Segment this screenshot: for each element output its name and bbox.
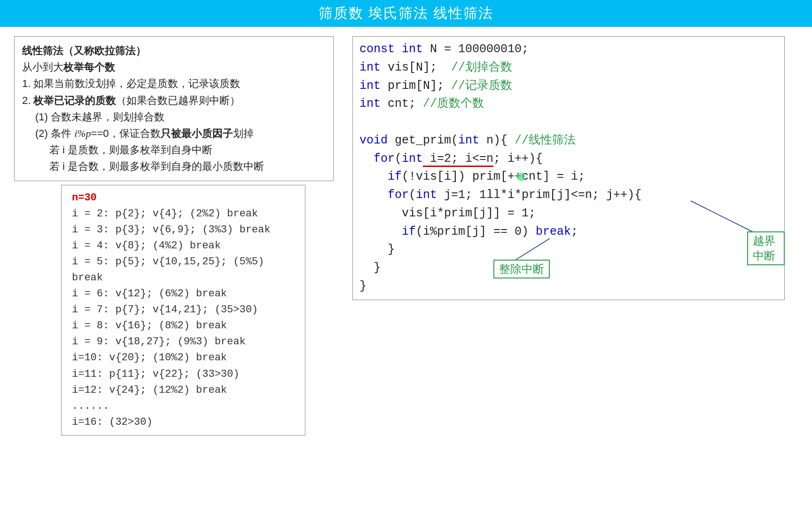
code-text: vis[i*prim[j]] = 1; (359, 206, 536, 220)
code-kw: int (402, 152, 423, 166)
trace-row: i = 7: p{7}; v{14,21}; (35>30) (72, 302, 295, 318)
page-title: 筛质数 埃氏筛法 线性筛法 (0, 0, 812, 27)
code-comment: //划掉合数 (451, 61, 512, 74)
annotation-divisible-break: 整除中断 (493, 260, 550, 278)
l6e: 划掉 (233, 127, 254, 139)
code-kw: int (416, 188, 437, 202)
title-part-a: 线性筛法（又称 (22, 45, 94, 56)
code-text: } (359, 243, 395, 256)
code-text: n){ (479, 134, 515, 147)
trace-row: i=12: v{24}; (12%2) break (72, 382, 295, 398)
l2b: 枚举每个数 (63, 61, 115, 73)
l6a: (2) 条件 (35, 127, 74, 139)
code-kw: int (359, 61, 381, 74)
trace-row: i=11: p{11}; v{22}; (33>30) (72, 366, 295, 382)
code-kw: if (359, 170, 402, 183)
main-content: 线性筛法（又称欧拉筛法） 从小到大枚举每个数 1. 如果当前数没划掉，必定是质数… (0, 27, 812, 445)
code-kw: break (536, 225, 571, 238)
l2a: 从小到大 (22, 61, 63, 73)
trace-row: ...... (72, 398, 295, 414)
explain-line-7: 若 i 是质数，则最多枚举到自身中断 (22, 142, 326, 158)
explain-line-2: 从小到大枚举每个数 (22, 59, 326, 75)
code-comment: //线性筛法 (515, 134, 576, 147)
title-part-b: 欧拉筛法 (94, 45, 136, 56)
l6c: ==0，保证合数 (91, 127, 161, 139)
code-text: get_prim( (388, 134, 458, 147)
trace-row: i = 3: p{3}; v{6,9}; (3%3) break (72, 222, 295, 238)
code-text: ; (571, 225, 578, 238)
explain-line-4: 2. 枚举已记录的质数（如果合数已越界则中断） (22, 92, 326, 109)
explain-line-6: (2) 条件 i%p==0，保证合数只被最小质因子划掉 (22, 125, 326, 142)
code-text: ( (409, 188, 416, 202)
trace-row: i=16: (32>30) (72, 414, 295, 430)
code-comment: //质数个数 (423, 97, 484, 111)
code-text: N = 100000010; (423, 42, 529, 56)
explain-line-5: (1) 合数未越界，则划掉合数 (22, 109, 326, 125)
code-kw: const int (359, 42, 423, 56)
code-underlined: i=2; i<=n (423, 152, 493, 167)
code-block: const int N = 100000010; int vis[N]; //划… (352, 36, 785, 300)
annotation-overflow-break: 越界中断 (747, 231, 785, 265)
trace-n: n=30 (72, 190, 295, 206)
trace-row: i = 2: p{2}; v{4}; (2%2) break (72, 206, 295, 222)
explain-line-3: 1. 如果当前数没划掉，必定是质数，记录该质数 (22, 75, 326, 92)
l6b: i%p (74, 127, 91, 139)
code-text: j=1; 1ll*i*prim[j]<=n; j++){ (437, 188, 641, 202)
code-text: ; i++){ (493, 152, 543, 166)
trace-row: i = 4: v{8}; (4%2) break (72, 238, 295, 254)
code-kw: int (458, 134, 479, 147)
code-text: cnt; (381, 97, 423, 111)
annot-text: 越界中断 (753, 234, 775, 262)
trace-row: i=10: v{20}; (10%2) break (72, 350, 295, 366)
code-comment: //记录质数 (451, 79, 512, 93)
code-kw: int (359, 97, 381, 111)
explain-line-8: 若 i 是合数，则最多枚举到自身的最小质数中断 (22, 158, 326, 175)
trace-row: i = 8: v{16}; (8%2) break (72, 318, 295, 334)
trace-row: i = 6: v{12}; (6%2) break (72, 286, 295, 302)
title-text: 筛质数 埃氏筛法 线性筛法 (319, 5, 494, 21)
code-text: } (359, 261, 381, 275)
code-kw: if (359, 225, 416, 238)
trace-row: i = 9: v{18,27}; (9%3) break (72, 334, 295, 350)
right-column: const int N = 100000010; int vis[N]; //划… (352, 36, 785, 436)
code-kw: void (359, 134, 388, 147)
annot-text: 整除中断 (499, 262, 544, 275)
explanation-box: 线性筛法（又称欧拉筛法） 从小到大枚举每个数 1. 如果当前数没划掉，必定是质数… (14, 36, 334, 181)
code-text: } (359, 279, 367, 293)
title-part-c: ） (136, 45, 146, 56)
trace-row: i = 5: p{5}; v{10,15,25}; (5%5) break (72, 254, 295, 286)
code-text: ( (395, 152, 402, 166)
left-column: 线性筛法（又称欧拉筛法） 从小到大枚举每个数 1. 如果当前数没划掉，必定是质数… (14, 36, 334, 436)
code-kw: for (359, 152, 395, 166)
code-text: vis[N]; (381, 61, 451, 74)
code-kw: for (359, 188, 409, 202)
code-text: (i%prim[j] == 0) (416, 225, 536, 238)
code-kw: int (359, 79, 381, 93)
l4b: 枚举已记录的质数 (33, 95, 116, 106)
code-text: prim[N]; (381, 79, 451, 93)
code-text: (!vis[i]) prim[++cnt] = i; (402, 170, 585, 183)
cursor-icon (517, 173, 525, 181)
l4c: （如果合数已越界则中断） (116, 95, 240, 106)
trace-box: n=30 i = 2: p{2}; v{4}; (2%2) break i = … (61, 185, 305, 436)
l6d: 只被最小质因子 (161, 127, 233, 139)
explain-title: 线性筛法（又称欧拉筛法） (22, 42, 326, 59)
l4a: 2. (22, 95, 33, 106)
